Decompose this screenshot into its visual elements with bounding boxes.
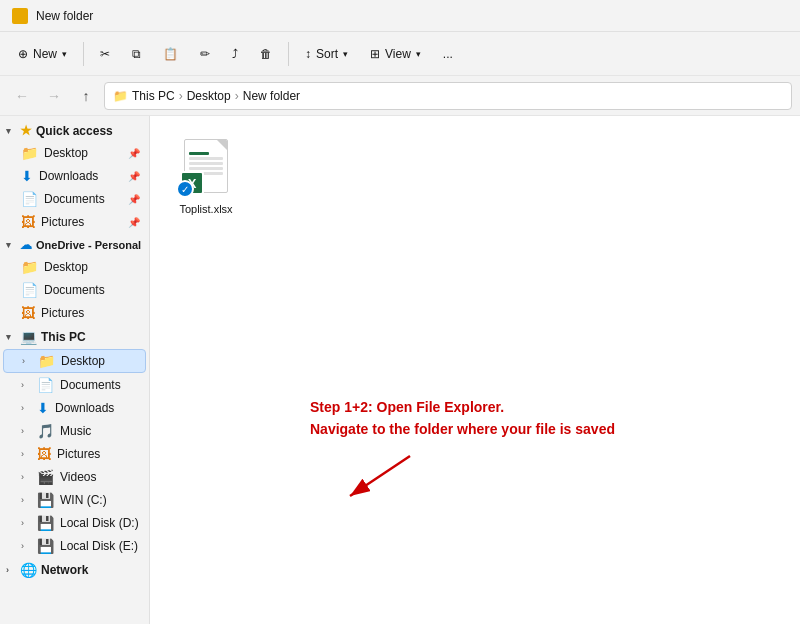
sidebar-item-videos-pc[interactable]: › 🎬 Videos bbox=[3, 466, 146, 488]
sidebar-item-win-c[interactable]: › 💾 WIN (C:) bbox=[3, 489, 146, 511]
sort-chevron-icon: ▾ bbox=[343, 49, 348, 59]
pictures-od-icon: 🖼 bbox=[21, 305, 35, 321]
share-button[interactable]: ⤴ bbox=[222, 41, 248, 67]
network-chevron-icon: › bbox=[6, 565, 16, 575]
new-button[interactable]: ⊕ New ▾ bbox=[8, 41, 77, 67]
file-grid: X ✓ Toplist.xlsx bbox=[166, 132, 784, 222]
toolbar-separator-1 bbox=[83, 42, 84, 66]
sidebar-item-documents-pc[interactable]: › 📄 Documents bbox=[3, 374, 146, 396]
main-layout: ▾ ★ Quick access 📁 Desktop 📌 ⬇ Downloads… bbox=[0, 116, 800, 624]
desktop-od-folder-icon: 📁 bbox=[21, 259, 38, 275]
local-e-chevron-icon: › bbox=[21, 541, 31, 551]
more-icon: ... bbox=[443, 47, 453, 61]
sidebar-item-downloads-qa[interactable]: ⬇ Downloads 📌 bbox=[3, 165, 146, 187]
pictures-pc-label: Pictures bbox=[57, 447, 100, 461]
excel-line-4 bbox=[189, 167, 223, 170]
desktop-qa-pin-icon: 📌 bbox=[128, 148, 140, 159]
documents-od-icon: 📄 bbox=[21, 282, 38, 298]
path-segment-thispc[interactable]: This PC bbox=[132, 89, 175, 103]
sidebar-item-documents-od[interactable]: 📄 Documents bbox=[3, 279, 146, 301]
sidebar-item-pictures-qa[interactable]: 🖼 Pictures 📌 bbox=[3, 211, 146, 233]
sidebar-header-quickaccess[interactable]: ▾ ★ Quick access bbox=[0, 120, 149, 141]
rename-button[interactable]: ✏ bbox=[190, 41, 220, 67]
sidebar-section-onedrive: ▾ ☁ OneDrive - Personal 📁 Desktop 📄 Docu… bbox=[0, 235, 149, 324]
path-sep-1: › bbox=[179, 89, 183, 103]
local-d-label: Local Disk (D:) bbox=[60, 516, 139, 530]
view-label: View bbox=[385, 47, 411, 61]
network-icon: 🌐 bbox=[20, 562, 37, 578]
videos-pc-chevron-icon: › bbox=[21, 472, 31, 482]
sidebar-item-local-e[interactable]: › 💾 Local Disk (E:) bbox=[3, 535, 146, 557]
content-area: X ✓ Toplist.xlsx Step 1+2: Open File Exp… bbox=[150, 116, 800, 624]
pictures-qa-icon: 🖼 bbox=[21, 214, 35, 230]
pictures-qa-label: Pictures bbox=[41, 215, 84, 229]
downloads-qa-label: Downloads bbox=[39, 169, 98, 183]
sidebar-item-documents-qa[interactable]: 📄 Documents 📌 bbox=[3, 188, 146, 210]
downloads-qa-icon: ⬇ bbox=[21, 168, 33, 184]
address-path[interactable]: 📁 This PC › Desktop › New folder bbox=[104, 82, 792, 110]
cut-button[interactable]: ✂ bbox=[90, 41, 120, 67]
view-button[interactable]: ⊞ View ▾ bbox=[360, 41, 431, 67]
sync-check-icon: ✓ bbox=[176, 180, 194, 198]
new-chevron-icon: ▾ bbox=[62, 49, 67, 59]
title-bar: New folder bbox=[0, 0, 800, 32]
copy-icon: ⧉ bbox=[132, 47, 141, 61]
documents-pc-chevron-icon: › bbox=[21, 380, 31, 390]
annotation: Step 1+2: Open File Explorer. Navigate t… bbox=[310, 396, 615, 441]
back-button[interactable]: ← bbox=[8, 82, 36, 110]
forward-button[interactable]: → bbox=[40, 82, 68, 110]
up-button[interactable]: ↑ bbox=[72, 82, 100, 110]
file-icon-wrapper: X ✓ bbox=[176, 138, 236, 198]
sidebar-header-network[interactable]: › 🌐 Network bbox=[0, 559, 149, 581]
sidebar-item-desktop-pc[interactable]: › 📁 Desktop bbox=[3, 349, 146, 373]
sidebar-item-desktop-qa[interactable]: 📁 Desktop 📌 bbox=[3, 142, 146, 164]
window-title: New folder bbox=[36, 9, 93, 23]
annotation-line2: Navigate to the folder where your file i… bbox=[310, 418, 615, 440]
sidebar-item-pictures-od[interactable]: 🖼 Pictures bbox=[3, 302, 146, 324]
view-chevron-icon: ▾ bbox=[416, 49, 421, 59]
videos-pc-icon: 🎬 bbox=[37, 469, 54, 485]
share-icon: ⤴ bbox=[232, 47, 238, 61]
downloads-pc-icon: ⬇ bbox=[37, 400, 49, 416]
path-sep-2: › bbox=[235, 89, 239, 103]
documents-pc-icon: 📄 bbox=[37, 377, 54, 393]
path-segment-desktop[interactable]: Desktop bbox=[187, 89, 231, 103]
file-item-toplist[interactable]: X ✓ Toplist.xlsx bbox=[166, 132, 246, 222]
thispc-icon: 💻 bbox=[20, 329, 37, 345]
excel-corner bbox=[217, 140, 227, 150]
new-label: New bbox=[33, 47, 57, 61]
more-button[interactable]: ... bbox=[433, 41, 463, 67]
quickaccess-chevron-icon: ▾ bbox=[6, 126, 16, 136]
pictures-pc-icon: 🖼 bbox=[37, 446, 51, 462]
paste-button[interactable]: 📋 bbox=[153, 41, 188, 67]
annotation-arrow bbox=[330, 446, 430, 506]
path-segment-newfolder[interactable]: New folder bbox=[243, 89, 300, 103]
downloads-pc-chevron-icon: › bbox=[21, 403, 31, 413]
sidebar-header-onedrive[interactable]: ▾ ☁ OneDrive - Personal bbox=[0, 235, 149, 255]
delete-button[interactable]: 🗑 bbox=[250, 41, 282, 67]
documents-pc-label: Documents bbox=[60, 378, 121, 392]
sidebar-section-thispc: ▾ 💻 This PC › 📁 Desktop › 📄 Documents › … bbox=[0, 326, 149, 557]
desktop-pc-label: Desktop bbox=[61, 354, 105, 368]
quickaccess-star-icon: ★ bbox=[20, 123, 32, 138]
excel-line-1 bbox=[189, 152, 209, 155]
quickaccess-label: Quick access bbox=[36, 124, 113, 138]
sidebar: ▾ ★ Quick access 📁 Desktop 📌 ⬇ Downloads… bbox=[0, 116, 150, 624]
sort-button[interactable]: ↕ Sort ▾ bbox=[295, 41, 358, 67]
win-c-label: WIN (C:) bbox=[60, 493, 107, 507]
sidebar-item-desktop-od[interactable]: 📁 Desktop bbox=[3, 256, 146, 278]
copy-button[interactable]: ⧉ bbox=[122, 41, 151, 67]
sidebar-section-quickaccess: ▾ ★ Quick access 📁 Desktop 📌 ⬇ Downloads… bbox=[0, 120, 149, 233]
sidebar-item-music-pc[interactable]: › 🎵 Music bbox=[3, 420, 146, 442]
svg-line-1 bbox=[350, 456, 410, 496]
documents-qa-pin-icon: 📌 bbox=[128, 194, 140, 205]
sidebar-item-local-d[interactable]: › 💾 Local Disk (D:) bbox=[3, 512, 146, 534]
local-e-icon: 💾 bbox=[37, 538, 54, 554]
file-name: Toplist.xlsx bbox=[179, 202, 232, 216]
sidebar-item-downloads-pc[interactable]: › ⬇ Downloads bbox=[3, 397, 146, 419]
onedrive-chevron-icon: ▾ bbox=[6, 240, 16, 250]
sidebar-item-pictures-pc[interactable]: › 🖼 Pictures bbox=[3, 443, 146, 465]
sidebar-header-thispc[interactable]: ▾ 💻 This PC bbox=[0, 326, 149, 348]
view-icon: ⊞ bbox=[370, 47, 380, 61]
rename-icon: ✏ bbox=[200, 47, 210, 61]
